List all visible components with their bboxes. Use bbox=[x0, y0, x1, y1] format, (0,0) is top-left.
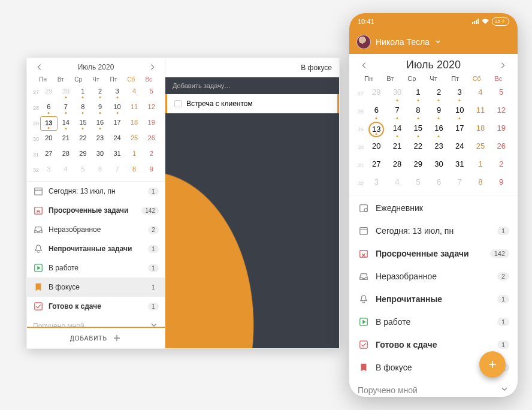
sidebar-item-today[interactable]: Сегодня: 13 июл, пн 1 bbox=[27, 182, 165, 201]
list-item-unread[interactable]: Непрочитанные 1 bbox=[349, 288, 518, 310]
calendar-day[interactable]: 2 bbox=[143, 147, 160, 162]
calendar-day[interactable]: 21 bbox=[58, 132, 75, 146]
calendar-day[interactable]: 1 bbox=[126, 147, 143, 162]
calendar-day[interactable]: 7 bbox=[449, 174, 470, 192]
calendar-day[interactable]: 1 bbox=[470, 156, 491, 174]
calendar-day[interactable]: 9 bbox=[143, 163, 160, 177]
calendar-day[interactable]: 11 bbox=[126, 101, 143, 115]
calendar-day[interactable]: 4 bbox=[126, 85, 143, 100]
sidebar-item-inwork[interactable]: В работе 1 bbox=[27, 258, 165, 278]
calendar-day[interactable]: 27 bbox=[366, 156, 387, 174]
calendar-day[interactable]: 6 bbox=[366, 103, 387, 120]
calendar-day[interactable]: 9 bbox=[491, 174, 512, 192]
calendar-day[interactable]: 7 bbox=[387, 103, 408, 120]
calendar-day[interactable]: 7 bbox=[108, 163, 126, 177]
calendar-day[interactable]: 2 bbox=[428, 85, 449, 103]
task-card[interactable]: Встреча с клиентом bbox=[165, 94, 339, 113]
calendar-day[interactable]: 14 bbox=[387, 120, 408, 138]
calendar-day[interactable]: 12 bbox=[143, 101, 160, 115]
calendar-day[interactable]: 8 bbox=[74, 101, 92, 115]
calendar-day[interactable]: 13 bbox=[40, 116, 58, 131]
calendar-day[interactable]: 31 bbox=[108, 147, 126, 162]
calendar-day[interactable]: 28 bbox=[387, 156, 408, 174]
calendar-day[interactable]: 22 bbox=[74, 132, 92, 146]
calendar-day[interactable]: 23 bbox=[92, 132, 109, 146]
add-task-input[interactable]: Добавить задачу… bbox=[165, 77, 339, 94]
calendar-day[interactable]: 24 bbox=[108, 132, 126, 146]
calendar-day[interactable]: 3 bbox=[366, 174, 387, 192]
calendar-day[interactable]: 5 bbox=[74, 163, 92, 177]
calendar-day[interactable]: 19 bbox=[143, 116, 160, 131]
calendar-day[interactable]: 4 bbox=[470, 85, 491, 103]
calendar-day[interactable]: 23 bbox=[428, 138, 449, 156]
calendar-day[interactable]: 19 bbox=[491, 120, 512, 138]
calendar-day[interactable]: 8 bbox=[470, 174, 491, 192]
calendar-day[interactable]: 3 bbox=[449, 85, 470, 103]
calendar-day[interactable]: 7 bbox=[58, 101, 75, 115]
calendar-day[interactable]: 20 bbox=[40, 132, 58, 146]
prev-month-button[interactable] bbox=[35, 63, 44, 71]
task-checkbox[interactable] bbox=[174, 100, 182, 107]
calendar-day[interactable]: 20 bbox=[366, 138, 387, 156]
list-item-today[interactable]: Сегодня: 13 июл, пн 1 bbox=[349, 219, 518, 242]
calendar-day[interactable]: 14 bbox=[58, 116, 75, 131]
calendar-day[interactable]: 16 bbox=[428, 120, 449, 138]
calendar-day[interactable]: 2 bbox=[92, 85, 109, 100]
list-item-byme[interactable]: Поручено мной bbox=[349, 379, 518, 397]
calendar-day[interactable]: 24 bbox=[449, 138, 470, 156]
calendar-day[interactable]: 9 bbox=[428, 103, 449, 120]
calendar-day[interactable]: 29 bbox=[407, 156, 428, 174]
calendar-day[interactable]: 6 bbox=[428, 174, 449, 192]
calendar-day[interactable]: 6 bbox=[40, 101, 58, 115]
sidebar-item-byme[interactable]: Поручено мной bbox=[27, 316, 165, 327]
sidebar-item-overdue[interactable]: Просроченные задачи 142 bbox=[27, 201, 165, 220]
fab-add-button[interactable]: + bbox=[479, 351, 506, 378]
calendar-day[interactable]: 25 bbox=[470, 138, 491, 156]
add-list-button[interactable]: Добавить bbox=[27, 327, 165, 348]
calendar-day[interactable]: 13 bbox=[368, 122, 384, 137]
calendar-day[interactable]: 8 bbox=[407, 103, 428, 120]
calendar-day[interactable]: 17 bbox=[449, 120, 470, 138]
calendar-day[interactable]: 5 bbox=[143, 85, 160, 100]
calendar-day[interactable]: 22 bbox=[407, 138, 428, 156]
calendar-day[interactable]: 3 bbox=[108, 85, 126, 100]
next-month-button[interactable] bbox=[498, 61, 507, 70]
calendar-day[interactable]: 16 bbox=[92, 116, 109, 131]
sidebar-item-focus[interactable]: В фокусе 1 bbox=[27, 278, 165, 297]
calendar-day[interactable]: 1 bbox=[74, 85, 92, 100]
calendar-day[interactable]: 30 bbox=[428, 156, 449, 174]
calendar-day[interactable]: 28 bbox=[58, 147, 75, 162]
calendar-day[interactable]: 11 bbox=[470, 103, 491, 120]
calendar-day[interactable]: 5 bbox=[407, 174, 428, 192]
calendar-day[interactable]: 4 bbox=[387, 174, 408, 192]
prev-month-button[interactable] bbox=[360, 61, 368, 70]
calendar-day[interactable]: 3 bbox=[40, 163, 58, 177]
calendar-day[interactable]: 12 bbox=[491, 103, 512, 120]
calendar-day[interactable]: 30 bbox=[92, 147, 109, 162]
calendar-day[interactable]: 4 bbox=[58, 163, 75, 177]
list-item-daily[interactable]: Ежедневник bbox=[349, 197, 518, 219]
calendar-day[interactable]: 26 bbox=[143, 132, 160, 146]
calendar-day[interactable]: 30 bbox=[58, 85, 75, 100]
calendar-day[interactable]: 31 bbox=[449, 156, 470, 174]
calendar-day[interactable]: 10 bbox=[108, 101, 126, 115]
calendar-day[interactable]: 18 bbox=[126, 116, 143, 131]
sidebar-item-ready[interactable]: Готово к сдаче 1 bbox=[27, 297, 165, 316]
calendar-day[interactable]: 21 bbox=[387, 138, 408, 156]
calendar-day[interactable]: 8 bbox=[126, 163, 143, 177]
calendar-day[interactable]: 1 bbox=[407, 85, 428, 103]
calendar-day[interactable]: 29 bbox=[366, 85, 387, 103]
list-item-inbox[interactable]: Неразобранное 2 bbox=[349, 265, 518, 288]
calendar-day[interactable]: 29 bbox=[40, 85, 58, 100]
next-month-button[interactable] bbox=[148, 63, 156, 71]
calendar-day[interactable]: 9 bbox=[92, 101, 109, 115]
profile-bar[interactable]: Никола Тесла bbox=[349, 30, 518, 54]
sidebar-item-inbox[interactable]: Неразобранное 2 bbox=[27, 220, 165, 239]
calendar-day[interactable]: 29 bbox=[74, 147, 92, 162]
calendar-day[interactable]: 27 bbox=[40, 147, 58, 162]
list-item-inwork[interactable]: В работе 1 bbox=[349, 310, 518, 333]
calendar-day[interactable]: 17 bbox=[108, 116, 126, 131]
calendar-day[interactable]: 30 bbox=[387, 85, 408, 103]
calendar-day[interactable]: 18 bbox=[470, 120, 491, 138]
calendar-day[interactable]: 2 bbox=[491, 156, 512, 174]
